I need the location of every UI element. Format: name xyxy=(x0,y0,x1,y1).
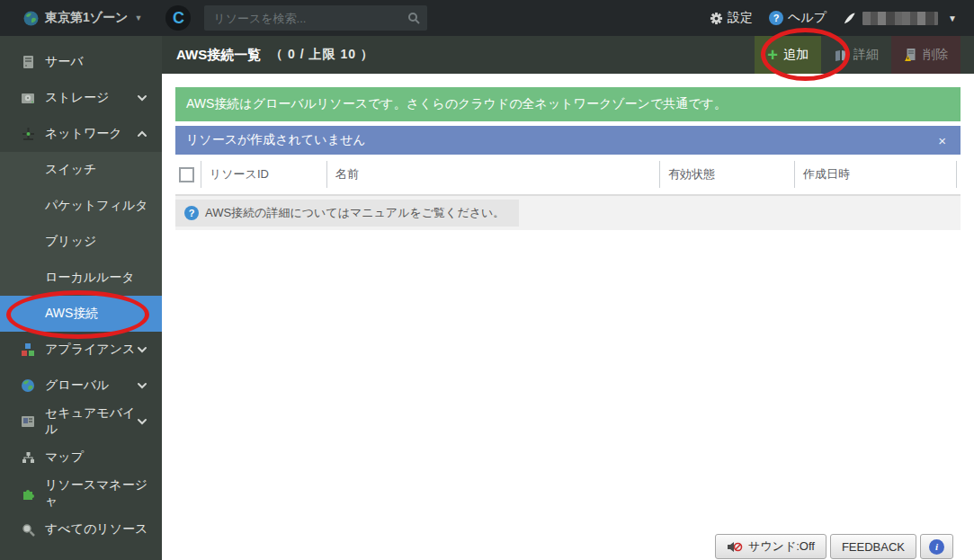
sidebar-item-bridge[interactable]: ブリッジ xyxy=(0,224,162,260)
chevron-down-icon xyxy=(137,382,147,389)
column-header-status: 有効状態 xyxy=(659,161,794,188)
sidebar-item-map[interactable]: マップ xyxy=(0,440,162,476)
help-icon: ? xyxy=(769,11,783,25)
chevron-up-icon xyxy=(137,130,147,138)
sound-toggle-label: サウンド:Off xyxy=(748,538,815,555)
info-button[interactable]: i xyxy=(920,534,953,559)
settings-label: 設定 xyxy=(728,10,753,26)
chevron-down-icon: ▼ xyxy=(948,13,957,23)
sidebar-item-label: グローバル xyxy=(45,378,137,394)
main-content: AWS接続一覧 （ 0 / 上限 10 ） + 追加 詳細 削除 AWS接続はグ… xyxy=(162,36,974,560)
zone-label: 東京第1ゾーン xyxy=(45,10,128,26)
column-header-name: 名前 xyxy=(326,161,659,188)
topbar: 東京第1ゾーン ▼ C 設定 ? ヘルプ ▼ xyxy=(0,0,974,36)
resource-count: （ 0 / 上限 10 ） xyxy=(270,47,374,63)
manual-info-box: ? AWS接続の詳細についてはマニュアルをご覧ください。 xyxy=(175,200,519,227)
sidebar-item-packet-filter[interactable]: パケットフィルタ xyxy=(0,188,162,224)
sidebar-item-label: マップ xyxy=(45,449,151,466)
question-icon: ? xyxy=(184,206,199,220)
sidebar-item-label: ローカルルータ xyxy=(45,270,151,286)
column-header-created-at: 作成日時 xyxy=(794,161,957,188)
sidebar-item-aws-connection[interactable]: AWS接続 xyxy=(0,296,162,332)
info-icon: i xyxy=(929,539,944,555)
settings-button[interactable]: 設定 xyxy=(705,10,757,26)
sidebar-item-label: ブリッジ xyxy=(45,234,151,250)
puzzle-icon xyxy=(20,486,36,501)
add-button[interactable]: + 追加 xyxy=(755,36,821,74)
network-icon xyxy=(20,127,36,141)
delete-button[interactable]: 削除 xyxy=(891,36,961,74)
global-resource-notice-text: AWS接続はグローバルリソースです。さくらのクラウドの全ネットワークゾーンで共通… xyxy=(186,96,727,112)
sidebar-item-label: リソースマネージャ xyxy=(45,477,151,510)
sidebar-item-server[interactable]: サーバ xyxy=(0,44,162,80)
chevron-down-icon xyxy=(137,418,147,425)
search-input[interactable] xyxy=(213,12,407,25)
sidebar-item-switch[interactable]: スイッチ xyxy=(0,152,162,188)
sidebar-item-label: ネットワーク xyxy=(45,126,137,142)
search-icon xyxy=(407,12,420,24)
feedback-label: FEEDBACK xyxy=(842,540,905,554)
sim-card-icon xyxy=(20,415,36,428)
manual-info-text: AWS接続の詳細についてはマニュアルをご覧ください。 xyxy=(205,205,505,221)
sidebar-item-all-resources[interactable]: すべてのリソース xyxy=(0,511,162,547)
appliance-icon xyxy=(20,342,36,357)
resource-table-header: リソースID 名前 有効状態 作成日時 xyxy=(175,155,961,196)
sidebar-item-label: AWS接続 xyxy=(45,306,151,322)
sidebar-item-label: サーバ xyxy=(45,54,151,70)
globe-icon xyxy=(20,378,36,393)
page-header: AWS接続一覧 （ 0 / 上限 10 ） + 追加 詳細 削除 xyxy=(162,36,974,74)
sidebar-item-global[interactable]: グローバル xyxy=(0,368,162,404)
zone-globe-icon xyxy=(23,11,39,26)
sidebar-item-appliance[interactable]: アプライアンス xyxy=(0,332,162,368)
detail-button[interactable]: 詳細 xyxy=(821,36,891,74)
pencil-icon xyxy=(843,12,856,25)
add-button-label: 追加 xyxy=(783,47,809,63)
user-name-redacted xyxy=(862,12,938,25)
sidebar-item-secure-mobile[interactable]: セキュアモバイル xyxy=(0,404,162,440)
close-icon[interactable]: × xyxy=(934,134,950,147)
sidebar-item-label: アプライアンス xyxy=(45,342,137,358)
empty-resource-notice: リソースが作成されていません × xyxy=(175,126,961,155)
user-menu[interactable]: ▼ xyxy=(838,12,961,25)
zone-selector[interactable]: 東京第1ゾーン ▼ xyxy=(0,10,153,26)
sidebar-item-storage[interactable]: ストレージ xyxy=(0,80,162,116)
chevron-down-icon: ▼ xyxy=(134,13,142,22)
manual-info-row: ? AWS接続の詳細についてはマニュアルをご覧ください。 xyxy=(175,196,961,230)
sitemap-icon xyxy=(20,451,36,464)
sidebar-item-label: ストレージ xyxy=(45,90,137,106)
sidebar-item-label: すべてのリソース xyxy=(45,521,151,538)
detail-button-label: 詳細 xyxy=(853,47,879,63)
header-buttons: + 追加 詳細 削除 xyxy=(755,36,961,74)
feedback-button[interactable]: FEEDBACK xyxy=(830,534,916,559)
delete-button-label: 削除 xyxy=(923,47,948,63)
sidebar-item-label: スイッチ xyxy=(45,162,151,178)
server-icon xyxy=(20,55,36,69)
plus-icon: + xyxy=(767,46,778,64)
empty-resource-notice-text: リソースが作成されていません xyxy=(186,132,366,148)
sidebar-item-label: セキュアモバイル xyxy=(45,405,137,438)
network-submenu: スイッチ パケットフィルタ ブリッジ ローカルルータ AWS接続 xyxy=(0,152,162,332)
help-button[interactable]: ? ヘルプ xyxy=(764,10,831,26)
sidebar-item-network[interactable]: ネットワーク xyxy=(0,116,162,152)
search-box xyxy=(204,5,427,31)
sound-toggle-button[interactable]: サウンド:Off xyxy=(715,534,827,559)
sidebar: サーバ ストレージ ネットワーク スイッチ パケットフィルタ ブリッジ ローカル… xyxy=(0,36,162,560)
cloud-logo[interactable]: C xyxy=(165,5,191,31)
gear-icon xyxy=(710,12,723,25)
delete-document-icon xyxy=(904,48,917,62)
sidebar-item-label: パケットフィルタ xyxy=(45,198,151,214)
book-icon xyxy=(834,49,848,62)
sidebar-item-local-router[interactable]: ローカルルータ xyxy=(0,260,162,296)
column-header-resource-id: リソースID xyxy=(201,161,326,188)
checkbox-cell xyxy=(175,161,201,188)
page-title: AWS接続一覧 xyxy=(176,47,261,64)
storage-icon xyxy=(20,93,36,104)
chevron-down-icon xyxy=(137,346,147,353)
magnifier-icon xyxy=(20,523,36,537)
chevron-down-icon xyxy=(137,94,147,102)
sidebar-item-resource-manager[interactable]: リソースマネージャ xyxy=(0,476,162,511)
global-resource-notice: AWS接続はグローバルリソースです。さくらのクラウドの全ネットワークゾーンで共通… xyxy=(175,87,961,121)
select-all-checkbox[interactable] xyxy=(179,167,194,182)
footer-buttons: サウンド:Off FEEDBACK i xyxy=(715,534,953,559)
help-label: ヘルプ xyxy=(788,10,827,26)
